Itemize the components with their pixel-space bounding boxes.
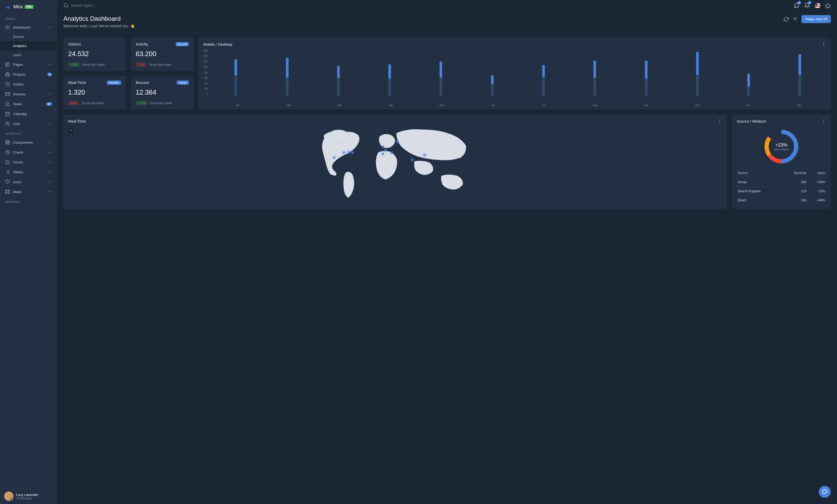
messages-count: 3 [798,1,801,4]
stat-title: Activity [136,42,148,46]
sidebar-item-auth[interactable]: Auth [0,119,57,129]
nav-label: Dashboard [13,25,45,29]
stat-card-activity: ActivityAnnual 63.200 -12%Since last wee… [131,38,193,71]
check-square-icon [5,101,10,106]
nav-label: Forms [13,160,45,164]
nav-label: Projects [13,73,44,76]
svg-point-50 [343,151,345,154]
sidebar-item-maps[interactable]: Maps [0,187,57,197]
more-vertical-icon[interactable] [821,119,826,124]
world-map[interactable] [68,124,722,201]
sidebar-item-tables[interactable]: Tables [0,167,57,177]
refresh-icon[interactable] [784,17,789,22]
svg-point-60 [381,153,384,155]
page-subtitle: Welcome back, Lucy! We've missed you. 👋 [64,24,135,28]
svg-point-64 [396,141,399,143]
sidebar-item-dashboard[interactable]: Dashboard [0,22,57,32]
chevron-down-icon [48,141,52,144]
svg-point-42 [823,44,824,45]
heart-icon [5,180,10,184]
sidebar-item-orders[interactable]: Orders [0,79,57,89]
chart-title: Mobile / Desktop [203,42,232,46]
calendar-icon [5,111,10,116]
th-value: Value [807,169,826,178]
check-square-icon [5,160,10,165]
stat-delta: +14% [68,62,79,67]
svg-point-62 [390,151,392,154]
nav-label: Components [13,141,45,145]
power-button[interactable] [825,3,831,8]
svg-point-76 [826,491,826,491]
svg-point-52 [348,151,350,153]
sidebar-sub-saas[interactable]: SaaS [0,50,57,59]
svg-point-75 [825,490,825,491]
sidebar-header: Mira PRO [0,0,57,14]
chevron-up-icon [48,25,52,29]
nav-label: Calendar [13,112,52,116]
palette-icon [822,489,827,494]
svg-point-68 [423,154,426,156]
notifications-button[interactable]: 7 [804,3,810,8]
stat-value: 1.320 [68,88,121,96]
chart-x-axis: JanFebMarAprMayJunJulAugSepOctNovDec [211,102,826,107]
table-row: Social260+35% [737,178,826,187]
chevron-down-icon [48,122,52,126]
source-title: Source / Medium [737,119,766,124]
stat-pill: Monthly [107,80,121,85]
more-vertical-icon[interactable] [821,42,826,46]
map-title: Real-Time [68,119,86,124]
more-vertical-icon[interactable] [717,119,722,124]
users-icon [5,121,10,126]
stat-delta: +27% [136,101,147,105]
sidebar-item-forms[interactable]: Forms [0,157,57,167]
svg-point-46 [719,122,720,123]
svg-point-45 [719,121,720,122]
svg-point-48 [333,156,335,159]
avatar [4,491,14,501]
nav-label: Pages [13,62,45,67]
logo-icon [5,4,12,10]
th-revenue: Revenue [781,169,807,178]
stat-value: 63.200 [136,50,189,58]
sidebar-item-charts[interactable]: Charts [0,147,57,157]
sidebar-item-pages[interactable]: Pages [0,59,57,69]
sidebar-item-tasks[interactable]: Tasks 17 [0,99,57,109]
sidebar-item-invoices[interactable]: Invoices [0,89,57,99]
nav-label: Charts [13,150,45,154]
sidebar-item-projects[interactable]: Projects 8 [0,69,57,79]
sidebar-item-components[interactable]: Components [0,137,57,147]
svg-point-77 [824,490,824,491]
nav-label: Orders [13,82,52,86]
search-input[interactable] [71,3,149,7]
sidebar-sub-default[interactable]: Default [0,32,57,41]
language-flag-icon[interactable] [815,3,820,8]
notifications-count: 7 [808,1,812,4]
brand-name: Mira [14,4,23,10]
svg-point-21 [6,122,8,124]
svg-point-14 [9,86,10,86]
svg-rect-9 [6,62,10,66]
nav-label: Invoices [13,92,45,96]
messages-button[interactable]: 3 [794,3,800,8]
content: Analytics Dashboard Welcome back, Lucy! … [57,11,837,504]
sidebar-user[interactable]: Lucy Lavender UX Designer [0,488,57,504]
theme-fab-button[interactable] [819,486,831,498]
topbar: 3 7 [57,0,837,11]
section-pro: MIRA PRO [0,197,57,205]
chevron-down-icon [48,160,52,164]
stat-title: Bounce [136,80,149,85]
sidebar: Mira PRO PAGES Dashboard Default Analyti… [0,0,57,504]
chart-bars [210,49,826,96]
stat-since: Since last week [149,63,172,67]
sidebar-item-icons[interactable]: Icons [0,177,57,187]
chevron-down-icon [48,180,52,184]
sidebar-item-calendar[interactable]: Calendar [0,109,57,119]
svg-point-43 [823,45,824,46]
today-button[interactable]: Today: April 29 [801,15,831,23]
svg-line-36 [67,6,68,7]
stat-card-visitors: Visitors 24.532 +14%Since last week [64,38,126,71]
svg-point-66 [411,159,413,161]
filter-icon[interactable] [793,17,798,22]
credit-card-icon [5,92,10,96]
sidebar-sub-analytics[interactable]: Analytics [0,41,57,50]
